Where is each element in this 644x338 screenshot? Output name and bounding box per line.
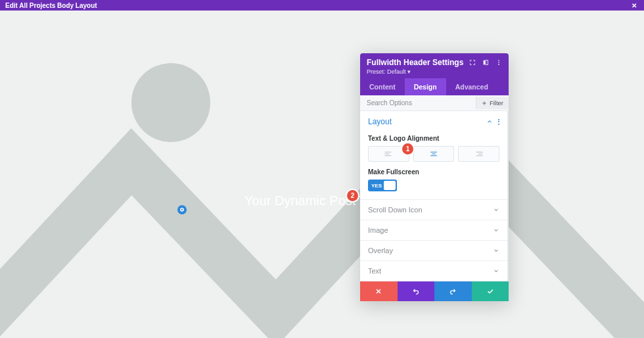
panel-title: Fullwidth Header Settings <box>367 58 463 67</box>
menu-dots-icon[interactable] <box>495 59 502 66</box>
chevron-up-icon <box>486 118 493 125</box>
close-icon[interactable]: ✕ <box>630 2 639 9</box>
section-scroll-header[interactable]: Scroll Down Icon <box>360 200 507 220</box>
editor-canvas: Your Dynamic Post Title W <box>0 11 644 338</box>
module-settings-gear-icon[interactable] <box>177 205 187 214</box>
svg-point-6 <box>498 64 499 65</box>
svg-point-5 <box>498 62 499 63</box>
align-center-button[interactable] <box>413 146 455 162</box>
fullscreen-label: Make Fullscreen <box>368 168 499 176</box>
svg-rect-2 <box>484 60 486 65</box>
redo-button[interactable] <box>434 281 472 301</box>
fullscreen-toggle[interactable]: YES <box>368 180 397 191</box>
panel-footer <box>360 281 509 301</box>
section-layout-header[interactable]: Layout <box>360 111 507 132</box>
cancel-button[interactable] <box>360 281 398 301</box>
section-layout-body: Text & Logo Alignment Make Fullscreen YE… <box>360 132 507 199</box>
svg-rect-3 <box>486 60 488 65</box>
chevron-down-icon <box>493 227 499 233</box>
filter-button[interactable]: Filter <box>476 97 509 109</box>
section-text-header[interactable]: Text <box>360 261 507 281</box>
panel-tabs: Content Design Advanced <box>360 78 509 95</box>
options-filter-row: Search Options Filter <box>360 95 509 111</box>
align-right-button[interactable] <box>458 146 499 162</box>
module-settings-panel: Fullwidth Header Settings Preset: Defaul… <box>360 53 509 301</box>
tab-advanced[interactable]: Advanced <box>446 78 497 95</box>
alignment-label: Text & Logo Alignment <box>368 135 499 142</box>
panel-header[interactable]: Fullwidth Header Settings Preset: Defaul… <box>360 53 509 78</box>
alignment-group <box>368 146 499 162</box>
annotation-badge-1: 1 <box>402 143 413 155</box>
undo-button[interactable] <box>398 281 435 301</box>
chevron-down-icon <box>493 268 499 274</box>
search-options-input[interactable]: Search Options <box>360 95 419 110</box>
save-button[interactable] <box>472 281 509 301</box>
tab-content[interactable]: Content <box>360 78 405 95</box>
topbar-title: Edit All Projects Body Layout <box>5 2 97 9</box>
chevron-down-icon <box>493 247 499 254</box>
svg-point-1 <box>131 63 210 142</box>
tab-design[interactable]: Design <box>405 78 446 95</box>
editor-topbar: Edit All Projects Body Layout ✕ <box>0 0 644 11</box>
placeholder-image <box>0 11 644 338</box>
section-overlay-header[interactable]: Overlay <box>360 241 507 260</box>
expand-icon[interactable] <box>469 59 476 66</box>
preset-selector[interactable]: Preset: Default ▾ <box>367 68 502 75</box>
snap-icon[interactable] <box>482 59 489 66</box>
section-image-header[interactable]: Image <box>360 220 507 240</box>
annotation-badge-2: 2 <box>347 190 358 201</box>
chevron-down-icon <box>493 206 499 213</box>
svg-point-4 <box>498 60 499 61</box>
section-menu-icon[interactable] <box>498 119 499 125</box>
